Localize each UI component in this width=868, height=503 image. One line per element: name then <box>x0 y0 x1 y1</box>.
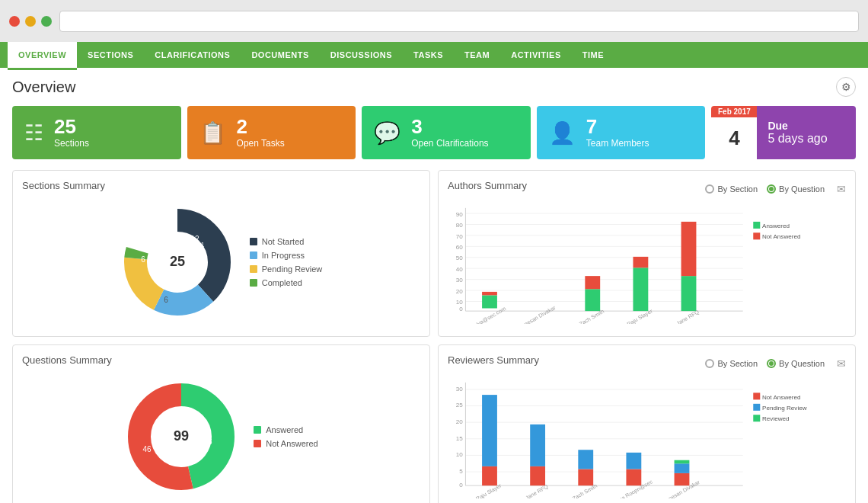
charts-row-2: Questions Summary 99 46 53 <box>12 344 856 503</box>
authors-summary-panel: Authors Summary By Section By Question ✉ <box>438 170 856 337</box>
reviewers-chart-header: Reviewers Summary By Section By Question… <box>448 354 846 372</box>
settings-icon[interactable]: ⚙ <box>836 77 856 97</box>
q-not-answered-label: Not Answered <box>266 439 318 448</box>
svg-rect-87 <box>753 404 760 411</box>
nav-activities[interactable]: ACTIVITIES <box>500 42 572 68</box>
nav-discussions[interactable]: DISCUSSIONS <box>320 42 403 68</box>
nav-team[interactable]: TEAM <box>454 42 500 68</box>
svg-text:Pending Review: Pending Review <box>762 405 807 412</box>
svg-text:80: 80 <box>456 222 464 229</box>
reviewers-by-question-option[interactable]: By Question <box>767 359 825 368</box>
team-info: 7 Team Members <box>586 117 649 149</box>
legend-not-started: Not Started <box>250 237 323 246</box>
authors-by-question-label: By Question <box>779 184 825 194</box>
tasks-label: Open Tasks <box>237 138 285 149</box>
sections-info: 25 Sections <box>54 117 89 149</box>
not-started-dot <box>250 238 257 245</box>
stat-team: 👤 7 Team Members <box>537 106 706 159</box>
svg-text:70: 70 <box>456 233 464 240</box>
team-icon: 👤 <box>549 120 576 146</box>
nav-sections[interactable]: SECTIONS <box>77 42 144 68</box>
svg-text:10: 10 <box>456 299 464 306</box>
reviewers-by-question-radio[interactable] <box>767 359 776 368</box>
svg-rect-73 <box>530 425 545 466</box>
svg-rect-75 <box>578 469 593 485</box>
questions-summary-title: Questions Summary <box>22 354 420 366</box>
legend-in-progress: In Progress <box>250 251 323 260</box>
close-button[interactable] <box>9 16 20 27</box>
reviewers-by-section-option[interactable]: By Section <box>705 359 758 368</box>
svg-text:90: 90 <box>456 211 464 218</box>
clarifications-label: Open Clarifications <box>411 138 488 149</box>
stat-due: Feb 2017 4 Due 5 days ago <box>711 106 856 159</box>
svg-rect-76 <box>578 450 593 469</box>
nav-bar: OVERVIEW SECTIONS CLARIFICATIONS DOCUMEN… <box>0 42 868 68</box>
questions-legend: Answered Not Answered <box>254 425 318 448</box>
q-legend-answered: Answered <box>254 425 318 434</box>
authors-chart-header: Authors Summary By Section By Question ✉ <box>448 180 846 197</box>
svg-rect-41 <box>681 276 697 311</box>
traffic-lights <box>9 16 52 27</box>
svg-rect-36 <box>585 276 600 289</box>
svg-rect-46 <box>753 232 760 239</box>
authors-bar-svg: 90 80 70 60 50 40 30 20 10 0 <box>448 202 846 324</box>
minimize-button[interactable] <box>25 16 36 27</box>
svg-rect-85 <box>753 392 760 399</box>
due-time: 5 days ago <box>767 132 827 146</box>
page-title: Overview <box>12 78 75 96</box>
authors-by-section-label: By Section <box>717 184 758 194</box>
svg-text:Not Answered: Not Answered <box>762 233 801 240</box>
svg-text:25: 25 <box>456 402 464 408</box>
svg-rect-44 <box>753 222 760 229</box>
completed-label: Completed <box>262 278 302 287</box>
authors-bar-chart: 90 80 70 60 50 40 30 20 10 0 <box>448 202 846 324</box>
svg-text:53: 53 <box>204 437 213 446</box>
due-info: Due 5 days ago <box>757 106 856 159</box>
svg-text:6: 6 <box>164 296 168 304</box>
svg-text:Reviewed: Reviewed <box>762 415 790 422</box>
nav-tasks[interactable]: TASKS <box>403 42 454 68</box>
svg-rect-69 <box>482 466 497 485</box>
reviewers-by-section-radio[interactable] <box>705 359 714 368</box>
svg-text:0: 0 <box>459 482 463 489</box>
svg-text:40: 40 <box>456 266 464 273</box>
due-day: 4 <box>729 117 739 159</box>
authors-summary-title: Authors Summary <box>448 180 527 191</box>
authors-by-section-radio[interactable] <box>705 184 714 194</box>
sections-legend: Not Started In Progress Pending Review C… <box>250 237 323 287</box>
q-answered-label: Answered <box>266 425 303 434</box>
authors-by-question-radio[interactable] <box>767 184 776 194</box>
authors-email-icon[interactable]: ✉ <box>837 183 846 195</box>
reviewers-by-section-label: By Section <box>717 359 758 368</box>
page-content: Overview ⚙ ☷ 25 Sections 📋 2 Open Tasks … <box>0 68 868 503</box>
svg-rect-39 <box>633 257 648 268</box>
authors-by-section-option[interactable]: By Section <box>705 184 758 194</box>
svg-text:20: 20 <box>456 418 464 425</box>
nav-time[interactable]: TIME <box>572 42 614 68</box>
authors-radio-group: By Section By Question <box>705 184 825 194</box>
q-answered-dot <box>254 426 261 434</box>
svg-text:10: 10 <box>456 451 464 458</box>
nav-documents[interactable]: DOCUMENTS <box>241 42 319 68</box>
url-bar[interactable] <box>59 11 859 32</box>
reviewers-bar-svg: 30 25 20 15 10 5 0 <box>448 376 846 498</box>
maximize-button[interactable] <box>41 16 52 27</box>
legend-pending-review: Pending Review <box>250 264 323 274</box>
svg-rect-89 <box>753 415 760 421</box>
questions-donut-chart: 99 46 53 <box>124 380 238 494</box>
nav-clarifications[interactable]: CLARIFICATIONS <box>144 42 241 68</box>
in-progress-dot <box>250 252 257 259</box>
svg-rect-81 <box>675 473 690 485</box>
svg-text:30: 30 <box>456 386 464 392</box>
stats-row: ☷ 25 Sections 📋 2 Open Tasks 💬 3 Open Cl… <box>12 106 856 159</box>
q-not-answered-dot <box>254 440 261 447</box>
reviewers-bar-chart: 30 25 20 15 10 5 0 <box>448 376 846 498</box>
due-label: Due <box>767 120 787 132</box>
pending-review-dot <box>250 265 257 273</box>
reviewers-email-icon[interactable]: ✉ <box>837 357 846 370</box>
legend-completed: Completed <box>250 278 323 287</box>
nav-overview[interactable]: OVERVIEW <box>8 42 77 68</box>
authors-by-question-option[interactable]: By Question <box>767 184 825 194</box>
svg-rect-83 <box>675 460 690 464</box>
svg-text:1: 1 <box>200 241 204 248</box>
